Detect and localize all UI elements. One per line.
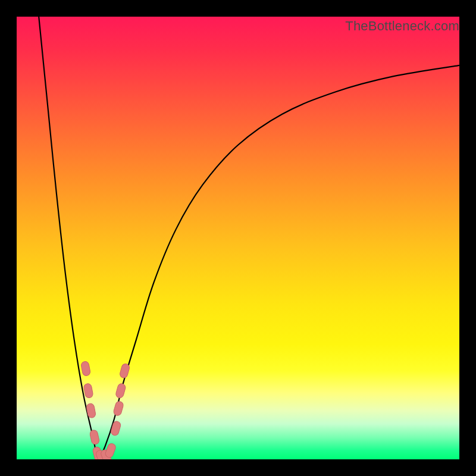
data-marker	[89, 430, 100, 445]
data-marker	[115, 383, 126, 399]
chart-svg	[17, 17, 459, 459]
data-marker	[113, 400, 124, 416]
data-marker	[83, 383, 93, 399]
data-marker	[119, 363, 130, 379]
data-marker	[80, 361, 90, 376]
data-marker	[110, 421, 121, 437]
plot-area: TheBottleneck.com	[17, 17, 459, 459]
chart-frame: TheBottleneck.com	[0, 0, 476, 476]
curve-right-branch	[99, 65, 459, 459]
watermark-text: TheBottleneck.com	[345, 18, 459, 34]
